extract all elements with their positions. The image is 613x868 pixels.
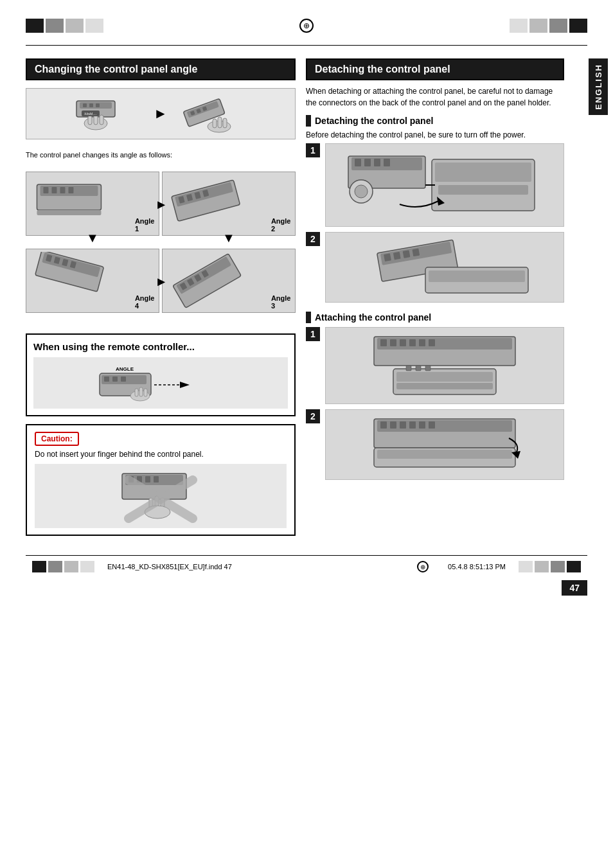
attach-header: Attaching the control panel: [306, 312, 564, 323]
detach-step-2-num: 2: [306, 232, 320, 246]
svg-rect-2: [83, 103, 87, 107]
center-registration-mark: ⊕: [299, 19, 314, 33]
attach-step-2-svg: [326, 412, 564, 477]
remote-controller-box: When using the remote controller... ANGL…: [26, 333, 296, 416]
svg-rect-89: [429, 270, 525, 282]
mark-block-1: [26, 19, 44, 33]
svg-rect-62: [154, 476, 159, 483]
svg-rect-106: [380, 421, 387, 429]
svg-marker-52: [180, 382, 190, 388]
page-number-area: 47: [0, 578, 613, 602]
caution-svg: [96, 467, 225, 525]
detach-step-1: 1: [306, 143, 564, 227]
svg-rect-6: [88, 116, 92, 125]
footer-mark-4: [80, 561, 94, 572]
mark-block-6: [529, 19, 547, 33]
angle-1-cell: Angle 1 ► ▼: [26, 172, 159, 236]
footer-mark-1: [32, 561, 46, 572]
angle-arrow: ►: [154, 105, 168, 122]
svg-rect-110: [419, 421, 425, 429]
footer-mark-6: [535, 561, 549, 572]
footer-mark-5: [519, 561, 533, 572]
svg-rect-71: [355, 159, 361, 166]
detach-step-1-num: 1: [306, 143, 320, 157]
svg-rect-87: [412, 249, 420, 257]
svg-rect-109: [409, 421, 416, 429]
svg-rect-24: [60, 187, 65, 193]
left-marks: [26, 19, 103, 33]
svg-rect-85: [393, 252, 401, 260]
svg-rect-91: [377, 338, 512, 350]
svg-rect-113: [377, 450, 512, 459]
mark-block-3: [66, 19, 84, 33]
svg-rect-61: [145, 476, 150, 483]
angle-1-svg: [29, 175, 135, 233]
svg-rect-18: [218, 117, 222, 128]
svg-text:ANGLE: ANGLE: [116, 366, 134, 372]
svg-rect-25: [68, 187, 73, 193]
mark-block-4: [85, 19, 103, 33]
caution-text: Do not insert your finger behind the con…: [35, 450, 287, 459]
attach-step-2: 2: [306, 409, 564, 480]
attach-bar: [306, 312, 311, 323]
footer-mark-2: [48, 561, 62, 572]
caution-title: Caution:: [35, 432, 79, 446]
right-column: ENGLISH Detaching the control panel When…: [306, 58, 587, 536]
detach-step-1-svg: [326, 146, 564, 224]
svg-rect-102: [416, 366, 421, 371]
svg-rect-78: [435, 163, 531, 182]
svg-text:Hold....: Hold....: [85, 112, 97, 116]
svg-rect-111: [429, 421, 435, 429]
angle-3-label: Angle 3: [271, 294, 292, 310]
svg-rect-107: [390, 421, 396, 429]
angle-2-label: Angle 2: [271, 217, 292, 233]
svg-rect-56: [144, 389, 147, 396]
svg-rect-73: [374, 159, 380, 166]
angle-4-cell: Angle 4 ►: [26, 249, 159, 313]
angle-2-svg: [165, 175, 271, 233]
angle-after-svg: [181, 94, 251, 133]
detach-header: Detaching the control panel: [306, 115, 564, 127]
attach-step-2-diagram: [325, 409, 564, 480]
attach-step-1-svg: [326, 330, 564, 401]
svg-rect-86: [403, 250, 411, 258]
svg-rect-48: [104, 376, 109, 382]
english-label: ENGLISH: [594, 64, 603, 110]
svg-rect-100: [396, 383, 493, 389]
right-section-title: Detaching the control panel: [306, 58, 564, 80]
caution-box: Caution: Do not insert your finger behin…: [26, 424, 296, 536]
mark-block-8: [569, 19, 587, 33]
svg-rect-19: [223, 118, 227, 128]
attach-step-2-num: 2: [306, 409, 320, 423]
mark-block-5: [510, 19, 528, 33]
footer-mark-3: [64, 561, 78, 572]
remote-title: When using the remote controller...: [33, 341, 288, 352]
detach-step-1-diagram: [325, 143, 564, 227]
angle-1-label: Angle 1: [135, 217, 156, 233]
angle-change-diagram: Hold.... ►: [26, 88, 296, 139]
svg-rect-101: [406, 366, 411, 371]
svg-rect-54: [135, 389, 138, 396]
detach-description: Before detaching the control panel, be s…: [306, 130, 564, 139]
angle-description: The control panel changes its angle as f…: [26, 151, 296, 159]
footer-left-text: EN41-48_KD-SHX851[EX_EU]f.indd 47: [107, 563, 232, 571]
svg-rect-84: [384, 253, 391, 261]
svg-rect-92: [380, 339, 387, 346]
svg-rect-17: [213, 119, 217, 128]
svg-rect-8: [100, 115, 103, 125]
svg-rect-55: [139, 387, 143, 396]
detach-step-2: 2: [306, 232, 564, 303]
svg-rect-72: [364, 159, 371, 166]
svg-rect-97: [429, 339, 435, 346]
english-sidebar: ENGLISH: [589, 58, 608, 115]
svg-rect-79: [438, 185, 528, 195]
svg-rect-23: [51, 187, 57, 193]
mark-block-2: [46, 19, 64, 33]
left-section-title: Changing the control panel angle: [26, 58, 296, 80]
detach-step-2-svg: [326, 235, 564, 299]
remote-diagram: ANGLE: [33, 357, 288, 409]
attach-step-1-diagram: [325, 327, 564, 404]
page-number: 47: [562, 580, 587, 596]
svg-rect-108: [400, 421, 406, 429]
attach-step-1-num: 1: [306, 327, 320, 341]
